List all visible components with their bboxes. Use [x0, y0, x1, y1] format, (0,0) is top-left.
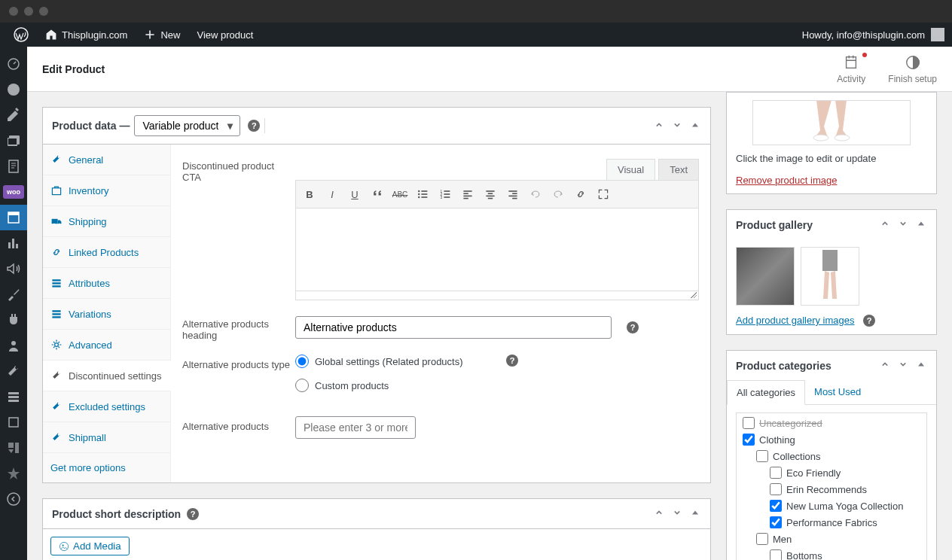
add-media-button[interactable]: Add Media [50, 537, 130, 555]
menu-jetpack-icon[interactable] [0, 77, 27, 102]
help-icon[interactable]: ? [187, 508, 199, 520]
menu-item-icon[interactable] [0, 461, 27, 486]
menu-tools-icon[interactable] [0, 358, 27, 384]
redo-icon[interactable] [548, 184, 569, 205]
mac-close-dot[interactable] [9, 7, 18, 16]
tab-advanced[interactable]: Advanced [43, 330, 170, 361]
tab-excluded[interactable]: Excluded settings [43, 391, 170, 422]
resize-handle[interactable] [295, 291, 699, 300]
page-title: Edit Product [42, 63, 105, 75]
tab-shipping[interactable]: Shipping [43, 206, 170, 237]
editor-textarea[interactable] [295, 208, 699, 291]
italic-icon[interactable]: I [322, 184, 343, 205]
ol-icon[interactable]: 123 [435, 184, 456, 205]
help-icon[interactable]: ? [863, 315, 875, 327]
text-tab[interactable]: Text [658, 159, 699, 180]
chevron-up-icon[interactable] [653, 507, 665, 521]
help-icon[interactable]: ? [506, 355, 518, 367]
chevron-up-icon[interactable] [879, 218, 891, 232]
menu-item-icon[interactable] [0, 409, 27, 435]
chevron-down-icon[interactable] [897, 358, 909, 373]
radio-custom[interactable] [295, 379, 309, 392]
wp-logo-icon[interactable] [8, 23, 35, 47]
menu-dashboard-icon[interactable] [0, 51, 27, 77]
avatar-icon[interactable] [931, 28, 944, 41]
tab-attributes[interactable]: Attributes [43, 268, 170, 299]
menu-woo-icon[interactable]: woo [3, 185, 24, 199]
menu-plugins-icon[interactable] [0, 307, 27, 333]
gallery-thumb[interactable] [736, 247, 795, 306]
cat-checkbox[interactable] [770, 467, 782, 479]
menu-analytics-icon[interactable] [0, 230, 27, 256]
menu-collapse-icon[interactable] [0, 486, 27, 512]
add-gallery-link[interactable]: Add product gallery images [736, 315, 855, 326]
cat-checkbox[interactable] [770, 500, 782, 512]
cat-checkbox[interactable] [756, 450, 768, 462]
triangle-up-icon[interactable] [689, 507, 701, 521]
product-image-preview[interactable] [752, 100, 911, 145]
underline-icon[interactable]: U [344, 184, 365, 205]
align-left-icon[interactable] [457, 184, 478, 205]
tab-getmore[interactable]: Get more options [43, 453, 170, 482]
site-link[interactable]: Thisplugin.com [39, 23, 133, 47]
gallery-thumb[interactable] [801, 247, 859, 306]
fullscreen-icon[interactable] [593, 184, 614, 205]
menu-marketing-icon[interactable] [0, 256, 27, 282]
triangle-up-icon[interactable] [915, 218, 927, 232]
view-product-link[interactable]: View product [191, 23, 259, 47]
quote-icon[interactable] [367, 184, 388, 205]
align-right-icon[interactable] [502, 184, 523, 205]
tab-shipmall[interactable]: Shipmall [43, 422, 170, 453]
menu-settings-icon[interactable] [0, 384, 27, 409]
strike-icon[interactable]: ABC [389, 184, 410, 205]
ul-icon[interactable] [412, 184, 433, 205]
triangle-up-icon[interactable] [915, 358, 927, 373]
tab-general[interactable]: General [43, 145, 170, 175]
chevron-up-icon[interactable] [879, 358, 891, 373]
tab-variations[interactable]: Variations [43, 299, 170, 330]
menu-item-icon[interactable] [0, 435, 27, 461]
activity-button[interactable]: Activity [837, 54, 865, 84]
mac-max-dot[interactable] [39, 7, 48, 16]
svg-rect-9 [8, 400, 19, 402]
chevron-up-icon[interactable] [653, 119, 665, 133]
menu-pages-icon[interactable] [0, 154, 27, 179]
alt-products-input[interactable] [295, 416, 416, 439]
chevron-down-icon[interactable] [671, 119, 683, 133]
help-icon[interactable]: ? [627, 321, 639, 333]
tab-discontinued[interactable]: Discontinued settings [43, 361, 171, 391]
tab-most-used[interactable]: Most Used [805, 380, 870, 404]
greeting[interactable]: Howdy, info@thisplugin.com [802, 29, 925, 41]
cat-checkbox[interactable] [743, 434, 755, 446]
menu-media-icon[interactable] [0, 128, 27, 154]
cat-checkbox[interactable] [770, 483, 782, 495]
menu-appearance-icon[interactable] [0, 282, 27, 307]
menu-posts-icon[interactable] [0, 102, 27, 128]
tab-all-categories[interactable]: All categories [727, 380, 805, 405]
visual-tab[interactable]: Visual [606, 159, 655, 180]
product-type-select[interactable]: Variable product [134, 115, 240, 136]
cat-checkbox[interactable] [770, 549, 782, 560]
menu-users-icon[interactable] [0, 333, 27, 358]
cat-checkbox[interactable] [743, 417, 755, 429]
bold-icon[interactable]: B [299, 184, 320, 205]
align-center-icon[interactable] [480, 184, 501, 205]
chevron-down-icon[interactable] [671, 507, 683, 521]
cat-checkbox[interactable] [770, 516, 782, 528]
remove-image-link[interactable]: Remove product image [736, 175, 837, 186]
radio-global[interactable] [295, 355, 309, 368]
triangle-up-icon[interactable] [689, 119, 701, 133]
cat-checkbox[interactable] [756, 533, 768, 545]
help-icon[interactable]: ? [248, 120, 260, 132]
tab-inventory[interactable]: Inventory [43, 175, 170, 206]
tab-linked[interactable]: Linked Products [43, 237, 170, 268]
link-icon[interactable] [570, 184, 591, 205]
finish-setup-button[interactable]: Finish setup [888, 54, 937, 84]
undo-icon[interactable] [525, 184, 546, 205]
chevron-down-icon[interactable] [897, 218, 909, 232]
svg-rect-42 [488, 193, 493, 194]
alt-heading-input[interactable] [295, 316, 612, 339]
mac-min-dot[interactable] [24, 7, 33, 16]
menu-products-icon[interactable] [0, 205, 27, 230]
new-link[interactable]: New [138, 23, 186, 47]
